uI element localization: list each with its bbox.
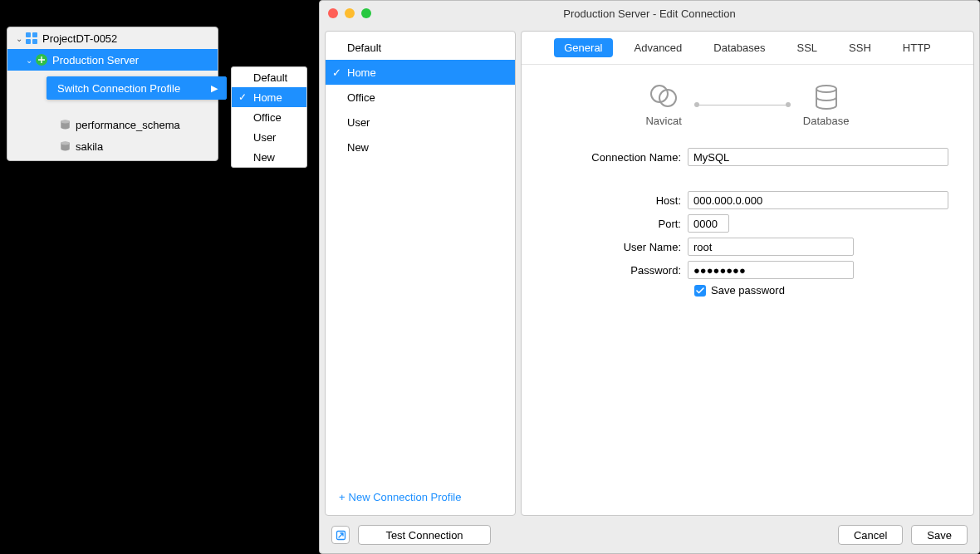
svg-point-11 (816, 86, 836, 92)
tab-http[interactable]: HTTP (893, 38, 941, 57)
new-connection-profile-link[interactable]: +New Connection Profile (326, 483, 515, 515)
host-field[interactable] (688, 191, 948, 209)
profile-list: Default ✓ Home Office User New (326, 32, 515, 483)
submenu-item-default[interactable]: Default (232, 67, 306, 87)
profile-item-default[interactable]: Default (326, 35, 515, 60)
check-icon: ✓ (332, 66, 341, 79)
connection-diagram: Navicat Database (522, 71, 973, 138)
server-icon (34, 52, 49, 67)
tab-advanced[interactable]: Advanced (625, 38, 693, 57)
diagram-right-label: Database (803, 115, 850, 127)
port-field[interactable] (688, 214, 729, 233)
check-icon (696, 287, 704, 295)
profile-list-pane: Default ✓ Home Office User New +New Conn… (325, 31, 516, 516)
tree-db-label-0: performance_schema (76, 119, 180, 131)
project-icon (24, 31, 39, 46)
svg-rect-2 (26, 39, 31, 44)
profile-submenu: Default ✓ Home Office User New (231, 66, 307, 168)
cancel-button[interactable]: Cancel (838, 525, 903, 545)
submenu-label: User (253, 131, 276, 144)
tree-server-row[interactable]: ⌄ Production Server (7, 49, 218, 71)
tab-ssl[interactable]: SSL (786, 38, 827, 57)
switch-profile-label: Switch Connection Profile (57, 82, 180, 95)
username-field[interactable] (688, 238, 854, 256)
chevron-down-icon: ⌄ (24, 56, 34, 65)
dialog-title: Production Server - Edit Connection (563, 7, 735, 20)
submenu-label: Default (253, 71, 287, 84)
tab-bar: General Advanced Databases SSL SSH HTTP (522, 32, 973, 65)
submenu-label: Office (253, 111, 282, 124)
dialog-footer: Test Connection Cancel Save (320, 521, 979, 549)
profile-item-user[interactable]: User (326, 110, 515, 135)
check-icon: ✓ (238, 91, 247, 103)
submenu-item-new[interactable]: New (232, 147, 306, 167)
zoom-icon[interactable] (361, 8, 371, 18)
tree-database-row[interactable]: performance_schema (7, 114, 218, 135)
tab-ssh[interactable]: SSH (839, 38, 881, 57)
profile-label: New (347, 141, 369, 154)
test-connection-button[interactable]: Test Connection (358, 525, 491, 545)
svg-point-6 (61, 120, 70, 124)
profile-label: Default (347, 42, 381, 54)
submenu-item-home[interactable]: ✓ Home (232, 87, 306, 107)
submenu-item-user[interactable]: User (232, 127, 306, 147)
profile-label: User (347, 116, 370, 129)
svg-point-8 (61, 142, 70, 145)
external-link-button[interactable] (331, 526, 350, 544)
database-icon (57, 117, 72, 132)
tab-databases[interactable]: Databases (703, 38, 775, 57)
new-profile-label: New Connection Profile (349, 491, 462, 503)
connection-name-field[interactable] (688, 148, 948, 166)
chevron-right-icon: ▶ (211, 83, 218, 94)
profile-label: Home (347, 66, 376, 79)
dialog-titlebar: Production Server - Edit Connection (320, 1, 979, 26)
submenu-label: New (253, 151, 275, 164)
svg-rect-0 (26, 32, 31, 37)
diagram-left-label: Navicat (645, 115, 681, 127)
tree-server-label: Production Server (52, 54, 139, 66)
profile-item-new[interactable]: New (326, 135, 515, 159)
profile-item-office[interactable]: Office (326, 85, 515, 110)
external-link-icon (336, 530, 346, 541)
connection-name-label: Connection Name: (546, 151, 688, 164)
password-field[interactable] (688, 261, 854, 279)
close-icon[interactable] (328, 8, 338, 18)
chevron-down-icon: ⌄ (14, 34, 24, 43)
database-icon (57, 139, 72, 154)
window-controls (328, 8, 371, 18)
tree-project-row[interactable]: ⌄ ProjectDT-0052 (7, 27, 218, 49)
submenu-item-office[interactable]: Office (232, 107, 306, 127)
svg-rect-1 (32, 32, 37, 37)
password-label: Password: (546, 264, 688, 277)
save-button[interactable]: Save (911, 525, 968, 545)
diagram-connector (697, 105, 788, 105)
connection-form: Connection Name: Host: Port: User Name: (522, 138, 973, 297)
plus-icon: + (339, 491, 345, 503)
navicat-icon: Navicat (645, 83, 681, 127)
tree-database-row[interactable]: sakila (7, 135, 218, 157)
tree-project-label: ProjectDT-0052 (42, 32, 117, 45)
submenu-label: Home (253, 91, 282, 104)
port-label: Port: (546, 218, 688, 230)
profile-label: Office (347, 91, 375, 104)
database-icon: Database (803, 83, 850, 127)
cancel-label: Cancel (854, 529, 887, 542)
test-connection-label: Test Connection (385, 529, 463, 542)
host-label: Host: (546, 194, 688, 207)
svg-rect-3 (32, 39, 37, 44)
edit-connection-dialog: Production Server - Edit Connection Defa… (319, 0, 980, 554)
tree-db-label-1: sakila (76, 140, 103, 153)
profile-item-home[interactable]: ✓ Home (326, 60, 515, 85)
save-password-label: Save password (711, 284, 785, 297)
username-label: User Name: (546, 241, 688, 253)
tab-general[interactable]: General (554, 38, 612, 57)
context-menu-switch-profile[interactable]: Switch Connection Profile ▶ (47, 76, 227, 100)
minimize-icon[interactable] (345, 8, 355, 18)
form-pane: General Advanced Databases SSL SSH HTTP … (521, 31, 974, 516)
save-label: Save (927, 529, 952, 542)
save-password-checkbox[interactable] (694, 285, 706, 297)
